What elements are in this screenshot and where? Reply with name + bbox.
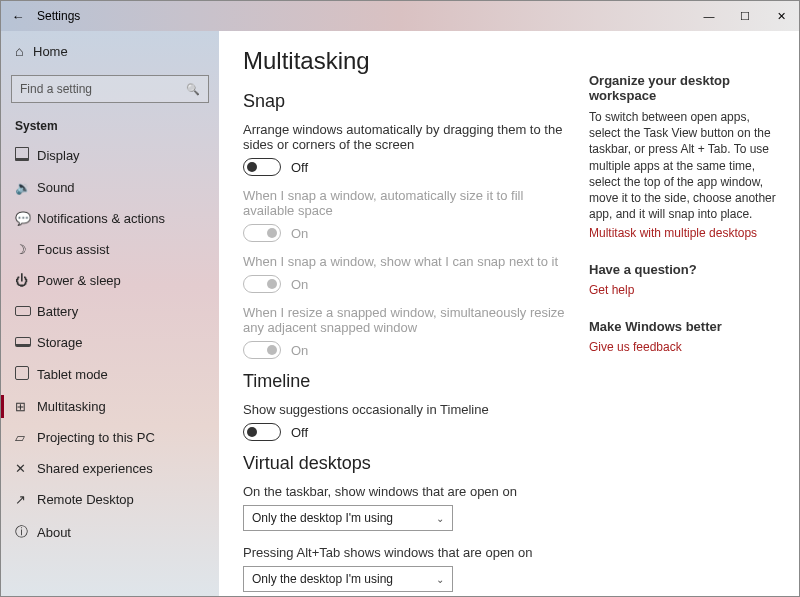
- snap-resize-label: When I resize a snapped window, simultan…: [243, 305, 565, 335]
- page-title: Multitasking: [243, 47, 565, 75]
- sidebar-item-label: Multitasking: [37, 399, 106, 414]
- sidebar-item-focus-assist[interactable]: ☽Focus assist: [1, 234, 219, 265]
- sidebar: Home Find a setting System Display 🔉Soun…: [1, 31, 219, 596]
- snap-fill-toggle: [243, 224, 281, 242]
- window-title: Settings: [37, 9, 80, 23]
- sidebar-item-label: About: [37, 525, 71, 540]
- snap-arrange-label: Arrange windows automatically by draggin…: [243, 122, 565, 152]
- vd-alttab-value: Only the desktop I'm using: [252, 572, 393, 586]
- sidebar-item-label: Notifications & actions: [37, 211, 165, 226]
- snap-arrange-state: Off: [291, 160, 308, 175]
- snap-resize-toggle: [243, 341, 281, 359]
- sidebar-item-label: Tablet mode: [37, 367, 108, 382]
- aside-feedback-link[interactable]: Give us feedback: [589, 340, 783, 354]
- sound-icon: 🔉: [15, 180, 37, 195]
- search-icon: [186, 82, 200, 96]
- sidebar-item-remote[interactable]: ↗Remote Desktop: [1, 484, 219, 515]
- sidebar-item-display[interactable]: Display: [1, 139, 219, 172]
- sidebar-item-label: Projecting to this PC: [37, 430, 155, 445]
- power-icon: ⏻: [15, 273, 37, 288]
- close-button[interactable]: ✕: [763, 10, 799, 23]
- sidebar-item-sound[interactable]: 🔉Sound: [1, 172, 219, 203]
- sidebar-item-label: Display: [37, 148, 80, 163]
- snap-arrange-toggle[interactable]: [243, 158, 281, 176]
- remote-icon: ↗: [15, 492, 37, 507]
- shared-icon: ✕: [15, 461, 37, 476]
- sidebar-item-projecting[interactable]: ▱Projecting to this PC: [1, 422, 219, 453]
- moon-icon: ☽: [15, 242, 37, 257]
- display-icon: [15, 147, 37, 164]
- snap-resize-state: On: [291, 343, 308, 358]
- aside-organize-heading: Organize your desktop workspace: [589, 73, 783, 103]
- minimize-button[interactable]: —: [691, 10, 727, 22]
- aside-gethelp-link[interactable]: Get help: [589, 283, 783, 297]
- sidebar-item-label: Power & sleep: [37, 273, 121, 288]
- titlebar: ← Settings — ☐ ✕: [1, 1, 799, 31]
- sidebar-item-tablet[interactable]: Tablet mode: [1, 358, 219, 391]
- chevron-down-icon: ⌄: [436, 574, 444, 585]
- vd-taskbar-value: Only the desktop I'm using: [252, 511, 393, 525]
- aside-organize-text: To switch between open apps, select the …: [589, 109, 783, 222]
- back-button[interactable]: ←: [7, 9, 29, 24]
- sidebar-item-label: Sound: [37, 180, 75, 195]
- home-link[interactable]: Home: [1, 37, 219, 65]
- sidebar-item-storage[interactable]: Storage: [1, 327, 219, 358]
- home-label: Home: [33, 44, 68, 59]
- sidebar-item-multitasking[interactable]: ⊞Multitasking: [1, 391, 219, 422]
- search-input[interactable]: Find a setting: [11, 75, 209, 103]
- sidebar-item-label: Battery: [37, 304, 78, 319]
- snap-fill-label: When I snap a window, automatically size…: [243, 188, 565, 218]
- vd-taskbar-label: On the taskbar, show windows that are op…: [243, 484, 565, 499]
- storage-icon: [15, 335, 37, 350]
- vd-alttab-label: Pressing Alt+Tab shows windows that are …: [243, 545, 565, 560]
- aside-question-heading: Have a question?: [589, 262, 783, 277]
- sidebar-item-label: Shared experiences: [37, 461, 153, 476]
- projecting-icon: ▱: [15, 430, 37, 445]
- search-placeholder: Find a setting: [20, 82, 92, 96]
- chevron-down-icon: ⌄: [436, 513, 444, 524]
- sidebar-item-battery[interactable]: Battery: [1, 296, 219, 327]
- sidebar-item-label: Remote Desktop: [37, 492, 134, 507]
- timeline-suggestions-state: Off: [291, 425, 308, 440]
- maximize-button[interactable]: ☐: [727, 10, 763, 23]
- snap-show-label: When I snap a window, show what I can sn…: [243, 254, 565, 269]
- aside: Organize your desktop workspace To switc…: [589, 31, 799, 596]
- sidebar-item-label: Focus assist: [37, 242, 109, 257]
- tablet-icon: [15, 366, 37, 383]
- sidebar-item-label: Storage: [37, 335, 83, 350]
- battery-icon: [15, 304, 37, 319]
- category-heading: System: [1, 113, 219, 139]
- sidebar-item-about[interactable]: ⓘAbout: [1, 515, 219, 549]
- snap-fill-state: On: [291, 226, 308, 241]
- sidebar-item-notifications[interactable]: 💬Notifications & actions: [1, 203, 219, 234]
- sidebar-item-shared[interactable]: ✕Shared experiences: [1, 453, 219, 484]
- timeline-heading: Timeline: [243, 371, 565, 392]
- snap-show-toggle: [243, 275, 281, 293]
- timeline-suggestions-label: Show suggestions occasionally in Timelin…: [243, 402, 565, 417]
- aside-better-heading: Make Windows better: [589, 319, 783, 334]
- vd-alttab-select[interactable]: Only the desktop I'm using ⌄: [243, 566, 453, 592]
- vd-taskbar-select[interactable]: Only the desktop I'm using ⌄: [243, 505, 453, 531]
- home-icon: [15, 43, 33, 59]
- snap-show-state: On: [291, 277, 308, 292]
- content: Multitasking Snap Arrange windows automa…: [219, 31, 589, 596]
- aside-multitask-link[interactable]: Multitask with multiple desktops: [589, 226, 783, 240]
- notifications-icon: 💬: [15, 211, 37, 226]
- timeline-suggestions-toggle[interactable]: [243, 423, 281, 441]
- snap-heading: Snap: [243, 91, 565, 112]
- about-icon: ⓘ: [15, 523, 37, 541]
- multitasking-icon: ⊞: [15, 399, 37, 414]
- vd-heading: Virtual desktops: [243, 453, 565, 474]
- sidebar-item-power[interactable]: ⏻Power & sleep: [1, 265, 219, 296]
